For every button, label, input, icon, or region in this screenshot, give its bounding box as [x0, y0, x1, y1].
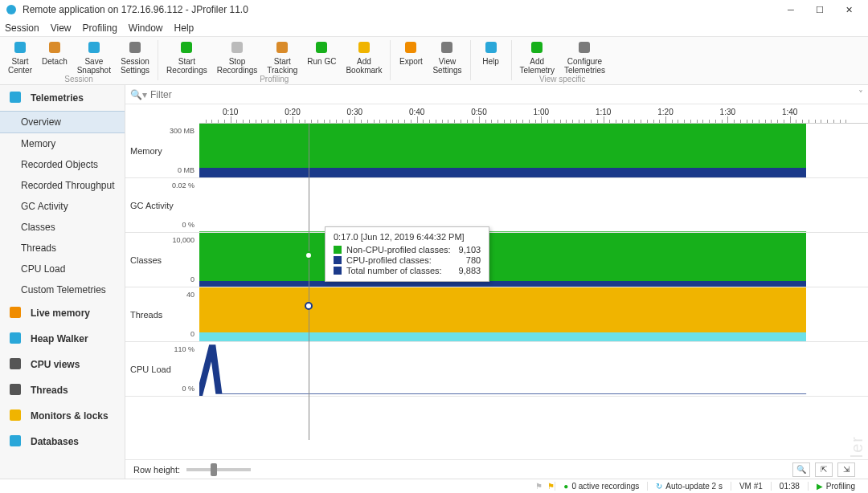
toolbar-start-tracking[interactable]: StartTracking — [262, 37, 302, 75]
toolbar-view-settings[interactable]: ViewSettings — [428, 37, 466, 75]
tooltip-row: Total number of classes:9,883 — [334, 266, 481, 275]
sidebar-item-recorded-objects[interactable]: Recorded Objects — [0, 154, 125, 175]
sidebar-section-databases[interactable]: Databases — [0, 429, 125, 454]
toolbar-add-bookmark[interactable]: AddBookmark — [341, 37, 387, 75]
sidebar-section-cpu-views[interactable]: CPU views — [0, 352, 125, 377]
toolbar-session-settings[interactable]: SessionSettings — [116, 37, 154, 75]
menubar: Session View Profiling Window Help — [0, 19, 868, 37]
close-button[interactable]: ✕ — [834, 1, 863, 18]
titlebar: Remote application on 172.16.96.112 - JP… — [0, 0, 868, 19]
svg-rect-4 — [129, 42, 141, 53]
svg-rect-12 — [485, 42, 497, 53]
tooltip-time: 0:17.0 [Jun 12, 2019 6:44:32 PM] — [334, 232, 481, 242]
sidebar-item-gc-activity[interactable]: GC Activity — [0, 196, 125, 217]
toolbar-detach[interactable]: Detach — [37, 37, 72, 75]
sidebar-section-monitors-&-locks[interactable]: Monitors & locks — [0, 403, 125, 429]
status-auto-update[interactable]: ↻Auto-update 2 s — [647, 482, 731, 491]
marker-classes-bottom — [305, 302, 313, 310]
toolbar-configure-telemetries[interactable]: ConfigureTelemetries — [559, 37, 610, 75]
status-vm: VM #1 — [731, 482, 771, 491]
filter-input[interactable] — [147, 89, 858, 100]
toolbar-start-center[interactable]: StartCenter — [3, 37, 37, 75]
svg-point-0 — [6, 5, 16, 14]
svg-rect-11 — [441, 42, 452, 53]
svg-rect-10 — [405, 42, 416, 53]
tooltip-row: CPU-profiled classes:780 — [334, 255, 481, 265]
svg-rect-19 — [10, 384, 21, 395]
sidebar-section-threads[interactable]: Threads — [0, 377, 125, 403]
toolbar-add-telemetry[interactable]: AddTelemetry — [515, 37, 559, 75]
sidebar-item-memory[interactable]: Memory — [0, 133, 125, 154]
marker-classes-top — [305, 251, 313, 259]
watermark: JProfiler — [848, 435, 866, 459]
sidebar-item-custom-telemetries[interactable]: Custom Telemetries — [0, 279, 125, 300]
chart-label-gc-activity: GC Activity — [130, 201, 174, 210]
chart-label-memory: Memory — [130, 146, 162, 156]
toolbar-start-recordings[interactable]: StartRecordings — [162, 37, 212, 75]
time-ruler: 0:100:200:300:400:501:001:101:201:301:40 — [199, 104, 868, 124]
svg-rect-13 — [531, 42, 542, 53]
menu-profiling[interactable]: Profiling — [83, 22, 117, 34]
toolbar-save-snapshot[interactable]: SaveSnapshot — [72, 37, 116, 75]
chart-classes[interactable] — [199, 233, 852, 287]
toolbar-help[interactable]: Help — [474, 37, 508, 66]
chart-label-threads: Threads — [130, 310, 162, 320]
svg-rect-14 — [579, 42, 590, 53]
svg-rect-3 — [88, 42, 100, 53]
menu-view[interactable]: View — [51, 22, 72, 34]
chart-memory[interactable] — [199, 124, 852, 177]
chart-label-cpu-load: CPU Load — [130, 365, 171, 374]
row-height-slider[interactable] — [186, 468, 251, 471]
chart-gc-activity[interactable] — [199, 178, 852, 232]
minimize-button[interactable]: ─ — [776, 1, 805, 18]
search-icon: 🔍▾ — [130, 89, 147, 100]
zoom-button[interactable]: 🔍 — [792, 462, 810, 477]
flag-grey-icon[interactable]: ⚑ — [535, 482, 542, 491]
toolbar-export[interactable]: Export — [394, 37, 428, 75]
fit-button[interactable]: ⇱ — [815, 462, 833, 477]
svg-rect-7 — [276, 42, 288, 53]
sidebar-item-overview[interactable]: Overview — [0, 111, 125, 133]
status-recordings[interactable]: ●0 active recordings — [555, 482, 647, 491]
menu-session[interactable]: Session — [5, 22, 39, 34]
toolbar: StartCenterDetachSaveSnapshotSessionSett… — [0, 37, 868, 85]
svg-rect-2 — [49, 42, 60, 53]
sidebar-section-live-memory[interactable]: Live memory — [0, 300, 125, 326]
sidebar-item-classes[interactable]: Classes — [0, 217, 125, 238]
sidebar: TelemetriesOverviewMemoryRecorded Object… — [0, 85, 125, 479]
svg-rect-9 — [358, 42, 370, 53]
svg-rect-6 — [231, 42, 243, 53]
svg-rect-20 — [10, 409, 21, 421]
svg-rect-17 — [10, 332, 21, 344]
maximize-button[interactable]: ☐ — [805, 1, 834, 18]
sidebar-item-recorded-throughput[interactable]: Recorded Throughput — [0, 175, 125, 196]
chart-threads[interactable] — [199, 287, 852, 341]
chart-cpu-load[interactable] — [199, 342, 852, 396]
tooltip-row: Non-CPU-profiled classes:9,103 — [334, 245, 481, 255]
chart-tooltip: 0:17.0 [Jun 12, 2019 6:44:32 PM] Non-CPU… — [325, 226, 489, 282]
svg-rect-16 — [10, 307, 21, 318]
dropdown-icon[interactable]: ˅ — [858, 89, 863, 100]
svg-rect-5 — [181, 42, 192, 53]
sidebar-item-threads[interactable]: Threads — [0, 238, 125, 259]
expand-button[interactable]: ⇲ — [837, 462, 855, 477]
status-mode: ▶Profiling — [808, 482, 863, 491]
status-time: 01:38 — [771, 482, 808, 491]
toolbar-run gc[interactable]: Run GC — [302, 37, 341, 75]
svg-rect-8 — [316, 42, 327, 53]
sidebar-section-heap-walker[interactable]: Heap Walker — [0, 326, 125, 352]
menu-window[interactable]: Window — [129, 22, 163, 34]
flag-yellow-icon[interactable]: ⚑ — [547, 482, 555, 491]
row-height-label: Row height: — [133, 465, 180, 475]
statusbar: ⚑ ⚑ ●0 active recordings ↻Auto-update 2 … — [0, 479, 868, 493]
toolbar-stop-recordings[interactable]: StopRecordings — [212, 37, 263, 75]
svg-rect-1 — [14, 42, 26, 53]
sidebar-section-telemetries[interactable]: Telemetries — [0, 85, 125, 111]
svg-rect-21 — [10, 435, 21, 446]
sidebar-item-cpu-load[interactable]: CPU Load — [0, 259, 125, 279]
menu-help[interactable]: Help — [174, 22, 194, 34]
window-title: Remote application on 172.16.96.112 - JP… — [23, 4, 776, 15]
chart-label-classes: Classes — [130, 255, 162, 265]
svg-rect-15 — [10, 92, 21, 103]
time-cursor — [309, 124, 309, 440]
